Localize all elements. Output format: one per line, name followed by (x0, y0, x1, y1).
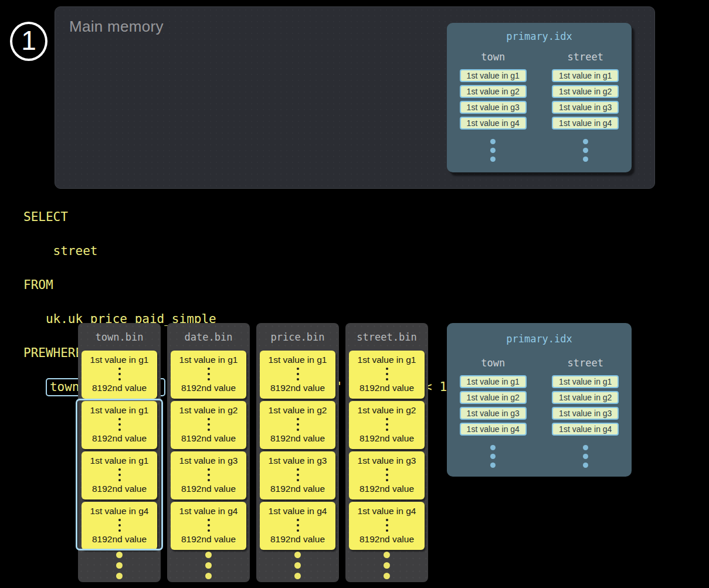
index-entry: 1st value in g1 (552, 69, 619, 82)
column-file-title: town.bin (78, 331, 161, 343)
granule-block: 1st value in g2 8192nd value (260, 401, 335, 449)
vertical-ellipsis-icon (490, 139, 496, 162)
granule-last-value: 8192nd value (92, 383, 147, 393)
sql-indent (23, 380, 46, 394)
column-file-date-bin: date.bin 1st value in g1 8192nd value 1s… (167, 323, 250, 582)
granule-first-value: 1st value in g3 (358, 456, 416, 466)
granule-block: 1st value in g1 8192nd value (171, 351, 246, 399)
granule-block: 1st value in g1 8192nd value (82, 451, 157, 499)
granule-block: 1st value in g2 8192nd value (171, 401, 246, 449)
vertical-ellipsis-icon (118, 368, 121, 380)
granule-first-value: 1st value in g4 (358, 506, 416, 516)
granule-first-value: 1st value in g1 (179, 355, 238, 365)
column-file-title: price.bin (256, 331, 339, 343)
vertical-ellipsis-icon (118, 418, 121, 431)
index-entry: 1st value in g4 (552, 117, 619, 130)
column-file-title: street.bin (345, 331, 428, 343)
granule-last-value: 8192nd value (359, 484, 414, 494)
vertical-ellipsis-icon (386, 519, 388, 532)
granule-last-value: 8192nd value (270, 534, 325, 545)
granule-block: 1st value in g3 8192nd value (171, 451, 246, 499)
granule-last-value: 8192nd value (181, 383, 236, 393)
granule-block: 1st value in g3 8192nd value (260, 451, 335, 499)
granule-last-value: 8192nd value (270, 433, 325, 444)
index-column-street: street 1st value in g1 1st value in g2 1… (540, 51, 632, 162)
primary-index-panel-memory: primary.idx town 1st value in g1 1st val… (447, 23, 632, 172)
primary-index-columns: town 1st value in g1 1st value in g2 1st… (447, 357, 632, 468)
granule-last-value: 8192nd value (92, 433, 147, 444)
granule-first-value: 1st value in g3 (179, 456, 238, 466)
vertical-ellipsis-icon (208, 468, 210, 481)
index-entry: 1st value in g1 (460, 69, 527, 82)
granule-block: 1st value in g1 8192nd value (82, 401, 157, 449)
index-column-street: street 1st value in g1 1st value in g2 1… (540, 357, 632, 468)
granule-blocks: 1st value in g1 8192nd value 1st value i… (260, 351, 335, 550)
vertical-ellipsis-icon (256, 552, 339, 579)
index-entry: 1st value in g1 (460, 375, 527, 388)
vertical-ellipsis-icon (167, 552, 250, 579)
primary-index-columns: town 1st value in g1 1st value in g2 1st… (447, 51, 632, 162)
granule-blocks: 1st value in g1 8192nd value 1st value i… (82, 351, 157, 550)
granule-first-value: 1st value in g1 (90, 405, 149, 416)
granule-last-value: 8192nd value (359, 383, 414, 393)
granule-first-value: 1st value in g4 (90, 506, 149, 516)
vertical-ellipsis-icon (345, 552, 428, 579)
granule-block: 1st value in g1 8192nd value (82, 351, 157, 399)
vertical-ellipsis-icon (297, 519, 299, 532)
step-1-badge: 1 (10, 22, 48, 61)
index-column-header: street (568, 51, 603, 63)
sql-line: FROM (23, 277, 491, 294)
index-column-header: town (481, 51, 505, 63)
index-entry: 1st value in g3 (460, 101, 527, 114)
primary-index-title: primary.idx (506, 30, 572, 42)
granule-block: 1st value in g4 8192nd value (171, 502, 246, 550)
vertical-ellipsis-icon (583, 139, 588, 162)
index-entry: 1st value in g4 (460, 117, 527, 130)
vertical-ellipsis-icon (78, 552, 161, 579)
index-column-town: town 1st value in g1 1st value in g2 1st… (447, 357, 540, 468)
vertical-ellipsis-icon (118, 519, 121, 532)
granule-last-value: 8192nd value (181, 433, 236, 444)
granule-block: 1st value in g1 8192nd value (260, 351, 335, 399)
index-entry: 1st value in g3 (552, 407, 619, 420)
column-file-street-bin: street.bin 1st value in g1 8192nd value … (345, 323, 428, 582)
granule-last-value: 8192nd value (270, 484, 325, 494)
granule-last-value: 8192nd value (92, 484, 147, 494)
vertical-ellipsis-icon (208, 418, 210, 431)
granule-first-value: 1st value in g4 (269, 506, 327, 516)
index-entry: 1st value in g2 (460, 391, 527, 404)
vertical-ellipsis-icon (386, 418, 388, 431)
granule-last-value: 8192nd value (181, 534, 236, 545)
vertical-ellipsis-icon (490, 445, 496, 468)
index-entry: 1st value in g2 (552, 391, 619, 404)
index-entry: 1st value in g2 (552, 85, 619, 98)
granule-block: 1st value in g1 8192nd value (349, 351, 425, 399)
primary-index-title: primary.idx (506, 333, 572, 345)
index-entry: 1st value in g2 (460, 85, 527, 98)
index-column-header: street (568, 357, 603, 369)
granule-last-value: 8192nd value (359, 433, 414, 444)
granule-block: 1st value in g2 8192nd value (349, 401, 425, 449)
sql-line: street (23, 243, 491, 260)
vertical-ellipsis-icon (297, 418, 299, 431)
index-entry: 1st value in g4 (552, 423, 619, 436)
sql-line: SELECT (23, 209, 491, 226)
granule-first-value: 1st value in g2 (269, 405, 327, 416)
granule-last-value: 8192nd value (359, 534, 414, 545)
granule-blocks: 1st value in g1 8192nd value 1st value i… (171, 351, 246, 550)
vertical-ellipsis-icon (208, 368, 210, 380)
vertical-ellipsis-icon (386, 368, 388, 380)
column-file-title: date.bin (167, 331, 250, 343)
granule-first-value: 1st value in g2 (358, 405, 416, 416)
granule-first-value: 1st value in g4 (179, 506, 238, 516)
granule-last-value: 8192nd value (270, 383, 325, 393)
index-entry: 1st value in g3 (552, 101, 619, 114)
index-entry: 1st value in g4 (460, 423, 527, 436)
vertical-ellipsis-icon (118, 468, 121, 481)
vertical-ellipsis-icon (297, 468, 299, 481)
granule-first-value: 1st value in g1 (269, 355, 327, 365)
granule-block: 1st value in g4 8192nd value (82, 502, 157, 550)
vertical-ellipsis-icon (297, 368, 299, 380)
granule-block: 1st value in g4 8192nd value (260, 502, 335, 550)
index-entry: 1st value in g1 (552, 375, 619, 388)
